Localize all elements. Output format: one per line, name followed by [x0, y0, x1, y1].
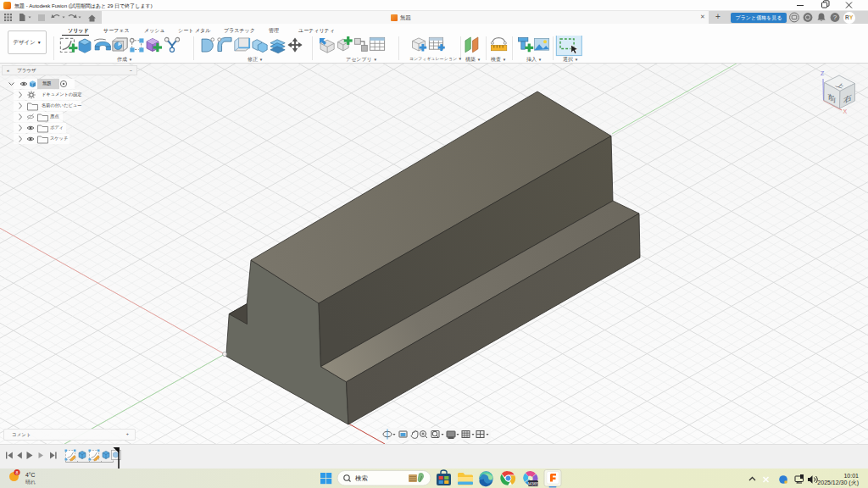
- svg-text:X: X: [843, 108, 848, 114]
- svg-text:10:01: 10:01: [843, 473, 859, 479]
- svg-text:2025/12/30 (火): 2025/12/30 (火): [817, 480, 859, 486]
- svg-text:Z: Z: [821, 70, 825, 76]
- svg-text:晴れ: 晴れ: [25, 480, 36, 485]
- svg-text:検索: 検索: [355, 474, 368, 482]
- svg-text:?: ?: [833, 14, 837, 21]
- svg-text:4°C: 4°C: [25, 472, 35, 478]
- svg-text:M365: M365: [528, 481, 539, 486]
- svg-text:8: 8: [15, 470, 18, 475]
